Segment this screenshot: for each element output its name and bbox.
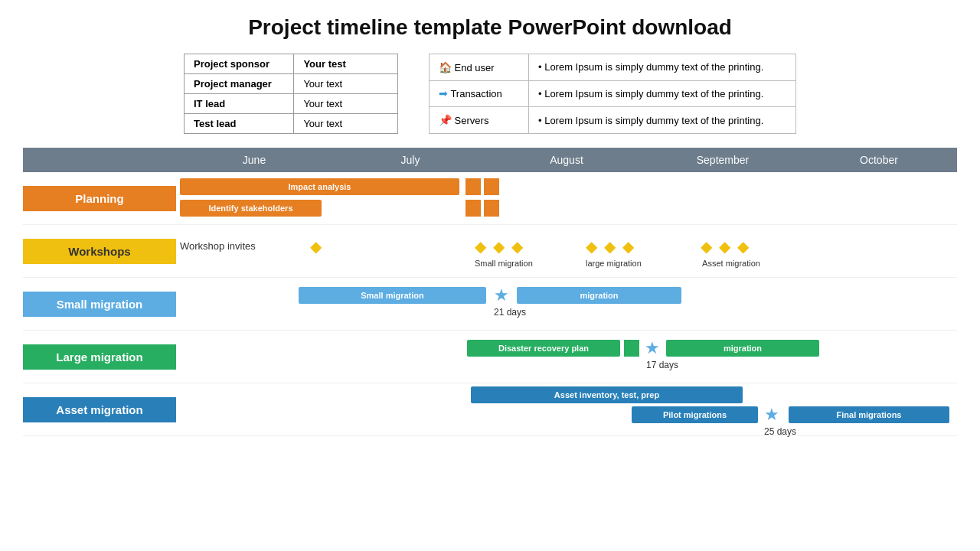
top-section: Project sponsor Your test Project manage… [23,54,957,134]
diamond-aug-2: ◆ [493,237,505,256]
label-test-lead: Test lead [185,114,294,134]
bar-final-migrations: Final migrations [789,406,949,423]
star-small-migration: ★ [494,285,509,305]
arrow-icon: ➡ [439,87,448,99]
green-square [624,340,639,357]
asset-migration-days: 25 days [764,426,796,437]
value-project-sponsor: Your test [294,54,398,74]
gantt-row-planning: Planning Impact analysis Identify stakeh… [23,172,957,225]
legend-text-enduser: • Lorem Ipsum is simply dummy text of th… [529,54,796,81]
diamond-sep-1: ◆ [586,237,597,256]
bar-identify-stakeholders: Identify stakeholders [180,200,322,217]
milestone-square-3 [466,200,481,217]
table-row: 📌 Servers • Lorem Ipsum is simply dummy … [430,107,796,134]
table-row: 🏠 End user • Lorem Ipsum is simply dummy… [430,54,796,81]
month-october: October [801,154,957,166]
row-label-asset-migration: Asset migration [23,397,176,422]
bar-small-migration: Small migration [299,287,486,304]
bar-disaster-recovery: Disaster recovery plan [467,340,620,357]
diamond-sep-2: ◆ [604,237,616,256]
label-project-manager: Project manager [185,74,294,94]
diamond-aug-1: ◆ [475,237,486,256]
bar-impact-analysis: Impact analysis [180,178,459,195]
milestone-square-1 [466,178,481,195]
bar-pilot-migrations: Pilot migrations [632,406,758,423]
value-test-lead: Your text [294,114,398,134]
diamond-oct-1: ◆ [701,237,712,256]
small-migration-milestone-label: Small migration [475,259,528,268]
month-june: June [176,154,332,166]
bar-asset-inventory: Asset inventory, test, prep [471,386,743,403]
workshop-invites-label: Workshop invites [180,240,256,252]
legend-text-servers: • Lorem Ipsum is simply dummy text of th… [529,107,796,134]
milestone-square-2 [484,178,499,195]
legend-icon-servers: 📌 Servers [430,107,529,134]
row-content-planning: Impact analysis Identify stakeholders [176,172,957,224]
label-it-lead: IT lead [185,94,294,114]
gantt-row-small-migration: Small migration Small migration ★ migrat… [23,278,957,331]
value-project-manager: Your text [294,74,398,94]
row-content-large-migration: Disaster recovery plan ★ migration 17 da… [176,331,957,383]
house-icon: 🏠 [439,61,452,73]
table-row: Test lead Your text [185,114,398,134]
info-table: Project sponsor Your test Project manage… [184,54,398,134]
legend-table: 🏠 End user • Lorem Ipsum is simply dummy… [429,54,796,134]
table-row: IT lead Your text [185,94,398,114]
page-title: Project timeline template PowerPoint dow… [23,15,957,40]
timeline-months: June July August September October [176,154,957,166]
diamond-oct-2: ◆ [719,237,730,256]
legend-icon-enduser: 🏠 End user [430,54,529,81]
milestone-square-4 [484,200,499,217]
timeline-header: June July August September October [23,148,957,172]
diamond-oct-3: ◆ [737,237,749,256]
diamond-sep-3: ◆ [622,237,634,256]
month-july: July [332,154,488,166]
month-september: September [645,154,801,166]
row-content-small-migration: Small migration ★ migration 21 days [176,278,957,330]
bar-large-migration: migration [666,340,819,357]
legend-icon-transaction: ➡ Transaction [430,80,529,107]
large-migration-milestone-label: large migration [586,259,639,268]
label-project-sponsor: Project sponsor [185,54,294,74]
gantt-row-large-migration: Large migration Disaster recovery plan ★… [23,331,957,383]
value-it-lead: Your text [294,94,398,114]
diamond-aug-3: ◆ [511,237,523,256]
star-large-migration: ★ [645,338,660,358]
row-label-small-migration: Small migration [23,292,176,317]
row-label-planning: Planning [23,186,176,211]
row-content-workshops: Workshop invites ◆ ◆ ◆ ◆ Small migration… [176,225,957,277]
small-migration-days: 21 days [494,307,526,318]
table-row: Project manager Your text [185,74,398,94]
bar-small-migration-2: migration [517,287,681,304]
pin-icon: 📌 [439,114,452,126]
asset-migration-milestone-label: Asset migration [701,259,762,268]
month-august: August [488,154,645,166]
table-row: Project sponsor Your test [185,54,398,74]
large-migration-days: 17 days [646,360,678,370]
diamond-june: ◆ [310,237,322,256]
row-label-large-migration: Large migration [23,344,176,370]
star-asset-migration: ★ [764,405,779,425]
table-row: ➡ Transaction • Lorem Ipsum is simply du… [430,80,796,107]
row-label-workshops: Workshops [23,239,176,264]
gantt-row-workshops: Workshops Workshop invites ◆ ◆ ◆ ◆ Small… [23,225,957,278]
legend-text-transaction: • Lorem Ipsum is simply dummy text of th… [529,80,796,107]
row-content-asset-migration: Asset inventory, test, prep Pilot migrat… [176,383,957,435]
gantt-row-asset-migration: Asset migration Asset inventory, test, p… [23,383,957,436]
